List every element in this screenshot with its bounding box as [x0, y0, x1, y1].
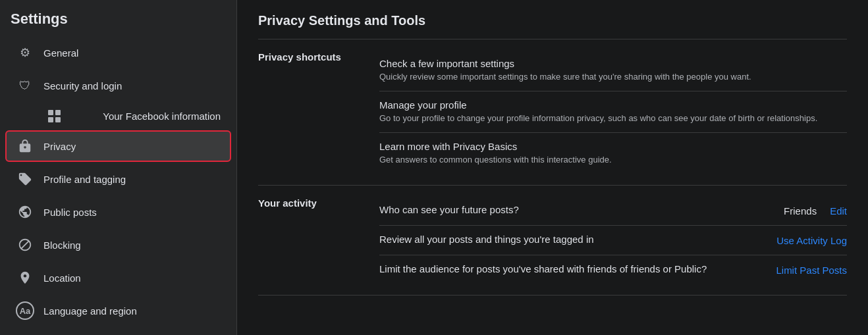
sidebar-item-label: Your Facebook information: [103, 111, 221, 122]
your-activity-section: Your activity Who can see your future po…: [258, 186, 847, 296]
setting-text: Learn more with Privacy Basics Get answe…: [379, 141, 847, 166]
sidebar-item-label: Language and region: [43, 305, 137, 317]
setting-title: Review all your posts and things you're …: [379, 234, 771, 245]
sidebar-item-label: Public posts: [43, 207, 97, 218]
grid-icon: [48, 109, 61, 122]
sidebar-item-label: Profile and tagging: [43, 174, 126, 185]
sidebar-item-profile-tagging[interactable]: Profile and tagging: [5, 163, 231, 195]
privacy-shortcuts-content: Check a few important settings Quickly r…: [379, 50, 847, 174]
privacy-shortcuts-section: Privacy shortcuts Check a few important …: [258, 39, 847, 186]
location-icon: [16, 269, 34, 287]
page-title: Privacy Settings and Tools: [258, 13, 847, 28]
setting-text: Review all your posts and things you're …: [379, 234, 771, 247]
sidebar-item-security[interactable]: 🛡 Security and login: [5, 70, 231, 101]
sidebar-item-location[interactable]: Location: [5, 262, 231, 294]
section-label-your-activity: Your activity: [258, 196, 364, 284]
setting-text: Manage your profile Go to your profile t…: [379, 99, 847, 124]
setting-text: Who can see your future posts?: [379, 204, 778, 217]
language-icon: Aa: [16, 301, 34, 320]
main-content: Privacy Settings and Tools Privacy short…: [237, 0, 868, 335]
gear-icon: ⚙: [16, 43, 34, 62]
setting-title: Manage your profile: [379, 99, 847, 111]
sidebar-item-label: Privacy: [43, 141, 76, 152]
setting-text: Limit the audience for posts you've shar…: [379, 263, 771, 276]
globe-icon: [16, 203, 34, 221]
sidebar-item-label: General: [43, 47, 78, 59]
setting-row-manage-profile: Manage your profile Go to your profile t…: [379, 91, 847, 133]
setting-title: Learn more with Privacy Basics: [379, 141, 847, 152]
sidebar-item-facebook-info[interactable]: Your Facebook information: [5, 103, 231, 129]
setting-action: Limit Past Posts: [776, 263, 847, 276]
lock-icon: [16, 137, 34, 155]
sidebar-title: Settings: [0, 11, 236, 36]
tag-icon: [16, 170, 34, 188]
use-activity-log-link[interactable]: Use Activity Log: [776, 235, 847, 246]
block-icon: [16, 236, 34, 254]
sidebar-item-label: Location: [43, 272, 81, 284]
sidebar-item-privacy[interactable]: Privacy: [5, 130, 231, 162]
setting-title: Limit the audience for posts you've shar…: [379, 263, 771, 274]
setting-title: Check a few important settings: [379, 58, 847, 69]
setting-title: Who can see your future posts?: [379, 204, 778, 215]
setting-desc: Get answers to common questions with thi…: [379, 154, 847, 166]
limit-past-posts-link[interactable]: Limit Past Posts: [776, 265, 847, 276]
setting-row-privacy-basics: Learn more with Privacy Basics Get answe…: [379, 133, 847, 174]
section-label-privacy-shortcuts: Privacy shortcuts: [258, 50, 364, 174]
sidebar-item-blocking[interactable]: Blocking: [5, 229, 231, 261]
sidebar-item-label: Blocking: [43, 240, 81, 251]
edit-future-posts-link[interactable]: Edit: [830, 205, 847, 217]
setting-row-check-settings: Check a few important settings Quickly r…: [379, 50, 847, 91]
setting-desc: Go to your profile to change your profil…: [379, 113, 847, 124]
setting-row-future-posts: Who can see your future posts? Friends E…: [379, 196, 847, 226]
setting-text: Check a few important settings Quickly r…: [379, 58, 847, 83]
setting-action: Use Activity Log: [776, 234, 847, 246]
setting-desc: Quickly review some important settings t…: [379, 71, 847, 83]
shield-icon: 🛡: [16, 76, 34, 95]
sidebar: Settings ⚙ General 🛡 Security and login …: [0, 0, 237, 335]
setting-value-friends: Friends: [784, 205, 817, 217]
sidebar-item-stories[interactable]: Stories: [5, 328, 231, 335]
setting-row-limit-past-posts: Limit the audience for posts you've shar…: [379, 255, 847, 284]
setting-row-activity-log: Review all your posts and things you're …: [379, 226, 847, 255]
sidebar-item-general[interactable]: ⚙ General: [5, 37, 231, 68]
sidebar-item-public-posts[interactable]: Public posts: [5, 196, 231, 228]
setting-action: Friends Edit: [784, 204, 847, 217]
sidebar-item-language[interactable]: Aa Language and region: [5, 295, 231, 326]
sidebar-item-label: Security and login: [43, 80, 122, 91]
your-activity-content: Who can see your future posts? Friends E…: [379, 196, 847, 284]
